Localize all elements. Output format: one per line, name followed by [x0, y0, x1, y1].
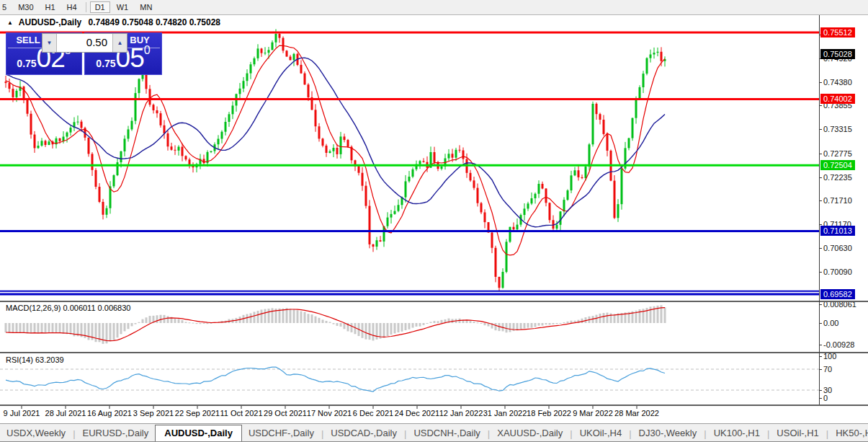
symbol-tab-bar: USDX,Weekly|EURUSD-,DailyAUDUSD-,DailyUS…: [0, 423, 868, 442]
tab-usdx-weekly[interactable]: USDX,Weekly: [0, 425, 72, 442]
timeframe-button-h1[interactable]: H1: [40, 1, 61, 13]
macd-histogram-bar: [41, 323, 43, 332]
date-axis-label: 6 Dec 2021: [353, 409, 393, 417]
date-axis-label: 17 Nov 2021: [307, 409, 352, 417]
macd-histogram-bar: [412, 323, 414, 328]
macd-histogram-bar: [318, 318, 321, 323]
macd-histogram-bar: [236, 318, 238, 323]
candle-body: [625, 148, 627, 168]
panel-separator[interactable]: [0, 405, 868, 406]
price-level-badge: 0.75512: [820, 27, 855, 37]
timeframe-button-5[interactable]: 5: [0, 1, 12, 13]
candle-body: [603, 120, 605, 134]
macd-histogram-bar: [408, 323, 411, 330]
date-axis-label: 31 Jan 2022: [483, 409, 527, 417]
candle-body: [207, 152, 209, 163]
tab-usdcnh-daily[interactable]: USDCNH-,Daily: [407, 425, 486, 442]
candle-body: [509, 227, 511, 242]
volume-value-field[interactable]: 0.50: [57, 34, 112, 52]
volume-decrease-button[interactable]: ▼: [42, 34, 57, 52]
macd-histogram-bar: [542, 323, 544, 326]
macd-histogram-bar: [380, 323, 382, 339]
macd-histogram-bar: [167, 316, 169, 323]
date-axis-label: 22 Sep 2021: [175, 409, 220, 417]
candle-body: [632, 118, 634, 138]
candle-body: [362, 173, 364, 186]
date-axis-label: 16 Aug 2021: [87, 409, 132, 417]
timeframe-button-h4[interactable]: H4: [62, 1, 82, 13]
macd-histogram-bar: [498, 323, 501, 331]
macd-histogram-bar: [45, 323, 47, 333]
macd-histogram-bar: [279, 309, 281, 323]
macd-histogram-bar: [362, 323, 364, 338]
volume-increase-button[interactable]: ▲: [112, 34, 127, 52]
candle-body: [488, 222, 490, 232]
panel-separator[interactable]: [0, 352, 868, 353]
macd-histogram-bar: [185, 322, 187, 323]
timeframe-button-w1[interactable]: W1: [112, 1, 134, 13]
candle-body: [329, 151, 331, 153]
macd-histogram-bar: [66, 323, 68, 334]
tab-usdchf-daily[interactable]: USDCHF-,Daily: [242, 425, 321, 442]
tab-usdcad-daily[interactable]: USDCAD-,Daily: [324, 425, 403, 442]
tab-eurusd-daily[interactable]: EURUSD-,Daily: [76, 425, 156, 442]
timeframe-button-mn[interactable]: MN: [135, 1, 157, 13]
macd-histogram-bar: [344, 323, 346, 329]
toolbar-separator: [86, 2, 86, 12]
candle-body: [351, 146, 353, 160]
candle-body: [261, 48, 263, 53]
candle-body: [171, 146, 173, 150]
tab-audusd-daily[interactable]: AUDUSD-,Daily: [155, 425, 242, 442]
candle-body: [102, 202, 104, 215]
candle-body: [412, 169, 414, 177]
tab-xauusd-daily[interactable]: XAUUSD-,Daily: [491, 425, 569, 442]
candle-body: [315, 110, 317, 126]
macd-histogram-bar: [149, 316, 151, 323]
macd-histogram-bar: [390, 323, 393, 335]
candle-body: [340, 136, 342, 154]
macd-histogram-bar: [5, 323, 7, 332]
tab-hk50-h1[interactable]: HK50-,H1: [829, 425, 868, 442]
macd-histogram-bar: [621, 313, 623, 323]
candle-body: [167, 133, 169, 146]
macd-histogram-bar: [336, 323, 339, 326]
tab-usoil-h1[interactable]: USOil-,H1: [770, 425, 826, 442]
panel-separator[interactable]: [0, 301, 868, 302]
macd-histogram-bar: [282, 309, 285, 323]
timeframe-button-m30[interactable]: M30: [13, 1, 38, 13]
macd-histogram-bar: [610, 314, 612, 323]
tab-uk100-h1[interactable]: UK100-,H1: [707, 425, 766, 442]
macd-histogram-bar: [632, 311, 634, 323]
macd-histogram-bar: [221, 321, 223, 323]
collapse-panel-icon[interactable]: ▲: [7, 19, 13, 26]
macd-histogram-bar: [120, 323, 122, 334]
candle-body: [232, 105, 234, 114]
tab-dj30-weekly[interactable]: DJ30-,Weekly: [632, 425, 704, 442]
candle-body: [369, 206, 371, 244]
macd-histogram-bar: [311, 314, 313, 323]
ma-fast-line: [6, 45, 665, 255]
macd-histogram-bar: [203, 323, 205, 324]
candle-body: [419, 161, 421, 164]
candle-body: [506, 242, 508, 272]
macd-histogram-bar: [91, 323, 94, 340]
date-axis-label: 29 Oct 2021: [264, 409, 307, 417]
macd-histogram-bar: [650, 306, 652, 323]
candle-body: [153, 105, 155, 110]
macd-histogram-bar: [113, 323, 115, 340]
macd-histogram-bar: [441, 320, 443, 323]
candle-body: [657, 52, 659, 53]
macd-histogram-bar: [99, 323, 101, 342]
candle-body: [196, 164, 198, 168]
tab-ukoil-h4[interactable]: UKOil-,H4: [573, 425, 629, 442]
candle-body: [459, 150, 461, 151]
macd-histogram-bar: [563, 322, 565, 323]
macd-histogram-bar: [228, 319, 231, 323]
macd-histogram-bar: [326, 321, 328, 323]
macd-histogram-bar: [502, 323, 504, 331]
candle-body: [254, 58, 256, 64]
macd-histogram-bar: [250, 314, 252, 323]
candle-body: [99, 187, 101, 202]
timeframe-button-d1[interactable]: D1: [90, 1, 110, 13]
macd-histogram-bar: [462, 319, 465, 323]
